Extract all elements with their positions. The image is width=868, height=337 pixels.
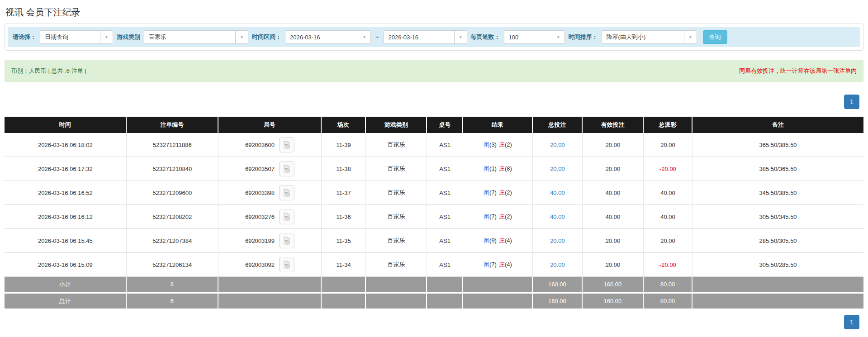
cell-valid-bet: 20.00 [583,133,644,157]
query-type-label: 请选择： [13,33,36,41]
round-number: 692003507 [245,166,275,172]
cell-game-type: 百家乐 [366,157,427,181]
date-to-select[interactable]: 2026-03-16 ▼ [384,30,467,44]
video-replay-button[interactable] [279,185,294,200]
game-type-select[interactable]: 百家乐 ▼ [144,30,248,44]
cell-result: 闲(7)庄(2) [463,205,533,229]
col-valid-bet: 有效投注 [583,117,644,133]
total-bet-link[interactable]: 40.00 [550,214,565,220]
cell-round: 692003199 [218,229,322,253]
video-replay-button[interactable] [279,209,294,224]
result-banker-label: 庄 [499,141,505,148]
video-replay-button[interactable] [279,233,294,248]
chevron-down-icon: ▼ [684,31,697,43]
time-sort-select[interactable]: 降幂(由大到小) ▼ [602,30,697,44]
video-replay-button[interactable] [279,257,294,272]
result-banker-score: (2) [505,141,512,148]
query-type-select[interactable]: 日期查询 ▼ [40,30,113,44]
cell-total-bet: 20.00 [533,229,583,253]
sum-total-bet: 160.00 [533,294,583,310]
cell-note: 285.50/305.50 [693,229,863,253]
round-number: 692003600 [245,142,275,148]
cell-payout: 40.00 [644,205,693,229]
total-bet-link[interactable]: 20.00 [550,261,565,268]
sum-total-bet: 160.00 [533,277,583,294]
cell-result: 闲(7)庄(4) [463,253,533,277]
cell-round: 692003092 [218,253,322,277]
cell-round: 692003398 [218,181,322,205]
page-button-1[interactable]: 1 [844,95,859,109]
round-number: 692003199 [245,237,275,244]
table-header-row: 时间 注单编号 局号 场次 游戏类别 桌号 结果 总投注 有效投注 总派彩 备注 [5,117,863,133]
col-total-bet: 总投注 [533,117,583,133]
date-from-value: 2026-03-16 [285,31,358,43]
round-number: 692003092 [245,261,275,268]
cell-table-no: AS1 [427,253,463,277]
cell-session: 11-37 [322,181,366,205]
video-document-icon [282,140,291,149]
total-bet-link[interactable]: 20.00 [550,237,565,244]
cell-bet-id: 523271211886 [127,133,218,157]
result-banker-label: 庄 [499,165,505,172]
cell-bet-id: 523271209600 [127,181,218,205]
cell-session: 11-36 [322,205,366,229]
cell-payout: -20.00 [644,253,693,277]
bet-records-table: 时间 注单编号 局号 场次 游戏类别 桌号 结果 总投注 有效投注 总派彩 备注… [5,117,863,310]
cell-time: 2026-03-16 06:17:32 [5,157,127,181]
cell-bet-id: 523271207384 [127,229,218,253]
cell-time: 2026-03-16 06:18:02 [5,133,127,157]
time-sort-label: 时间排序： [569,33,598,41]
sum-label: 小计 [5,277,127,294]
result-player-score: (1) [489,165,497,172]
result-banker-label: 庄 [499,237,505,244]
page-size-select[interactable]: 100 ▼ [504,30,565,44]
video-replay-button[interactable] [279,161,294,176]
result-player-label: 闲 [484,213,489,220]
video-document-icon [282,236,291,245]
sum-payout: 80.00 [644,277,693,294]
col-round: 局号 [218,117,322,133]
chevron-down-icon: ▼ [454,31,467,43]
total-bet-link[interactable]: 20.00 [550,166,565,172]
cell-valid-bet: 40.00 [583,205,644,229]
cell-total-bet: 40.00 [533,181,583,205]
pagination-bottom: 1 [5,315,859,329]
date-from-select[interactable]: 2026-03-16 ▼ [285,30,371,44]
table-row: 2026-03-16 06:18:02 523271211886 6920036… [5,133,863,157]
table-row: 2026-03-16 06:17:32 523271210840 6920035… [5,157,863,181]
sum-count: 6 [127,294,218,310]
result-banker-score: (4) [505,261,512,268]
cell-round: 692003507 [218,157,322,181]
total-bet-link[interactable]: 40.00 [550,190,565,196]
chevron-down-icon: ▼ [358,31,370,43]
summary-bar: 币别：人民币 | 总共 :6 注单 | 同局有效投注，统一计算在该局第一张注单内 [5,60,863,82]
page-size-value: 100 [504,31,552,43]
result-banker-score: (2) [505,213,512,220]
result-player-score: (9) [489,237,497,244]
cell-session: 11-38 [322,157,366,181]
video-document-icon [282,260,291,269]
col-payout: 总派彩 [644,117,693,133]
sum-valid-bet: 160.00 [583,294,644,310]
video-replay-button[interactable] [279,137,294,152]
cell-total-bet: 20.00 [533,133,583,157]
cell-result: 闲(7)庄(2) [463,181,533,205]
cell-note: 305.50/285.50 [693,253,863,277]
cell-time: 2026-03-16 06:16:52 [5,181,127,205]
cell-total-bet: 20.00 [533,157,583,181]
cell-table-no: AS1 [427,157,463,181]
cell-valid-bet: 20.00 [583,157,644,181]
cell-session: 11-39 [322,133,366,157]
page-button-1[interactable]: 1 [844,315,859,329]
table-row: 2026-03-16 06:15:45 523271207384 6920031… [5,229,863,253]
result-player-score: (7) [489,213,497,220]
chevron-down-icon: ▼ [235,31,248,43]
result-player-label: 闲 [484,237,489,244]
cell-note: 305.50/345.50 [693,205,863,229]
total-bet-link[interactable]: 20.00 [550,142,565,148]
summary-row: 小计 6 160.00 160.00 80.00 [5,277,863,294]
cell-result: 闲(3)庄(2) [463,133,533,157]
video-document-icon [282,188,291,197]
search-button[interactable]: 查询 [703,30,727,44]
cell-table-no: AS1 [427,205,463,229]
